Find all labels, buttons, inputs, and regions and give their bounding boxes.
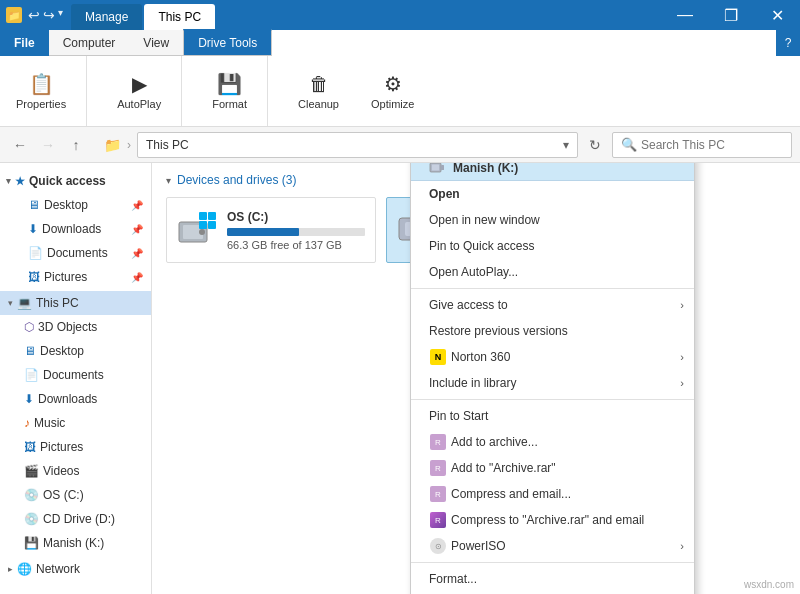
title-bar-controls: — ❐ ✕ bbox=[662, 0, 800, 30]
sidebar-item-documents-qa[interactable]: 📄 Documents 📌 bbox=[0, 241, 151, 265]
tab-computer[interactable]: Computer bbox=[49, 30, 130, 56]
winrar4-icon: R bbox=[429, 511, 447, 529]
ctx-item-giveaccess[interactable]: Give access to › bbox=[411, 292, 694, 318]
ctx-item-open[interactable]: Open bbox=[411, 181, 694, 207]
ctx-item-restoreprev[interactable]: Restore previous versions bbox=[411, 318, 694, 344]
sidebar: ▾ ★ Quick access 🖥 Desktop 📌 ⬇ Downloads… bbox=[0, 163, 152, 594]
help-button[interactable]: ? bbox=[776, 30, 800, 56]
sidebar-quickaccess-header[interactable]: ▾ ★ Quick access bbox=[0, 169, 151, 193]
sidebar-item-pictures-qa[interactable]: 🖼 Pictures 📌 bbox=[0, 265, 151, 289]
sidebar-item-osdrive[interactable]: 💿 OS (C:) bbox=[0, 483, 151, 507]
sidebar-section-thispc: ▾ 💻 This PC ⬡ 3D Objects 🖥 Desktop 📄 Doc… bbox=[0, 291, 151, 555]
tab-drive-tools[interactable]: Drive Tools bbox=[183, 29, 272, 55]
cleanup-icon: 🗑 bbox=[309, 73, 329, 96]
ctx-item-includelibrary[interactable]: Include in library › bbox=[411, 370, 694, 396]
drive-osc-name: OS (C:) bbox=[227, 210, 365, 224]
sidebar-item-network[interactable]: ▸ 🌐 Network bbox=[0, 557, 151, 581]
norton-icon: N bbox=[429, 348, 447, 366]
drive-osc-bar-fill bbox=[227, 228, 299, 236]
breadcrumb-icon: 📁 bbox=[104, 137, 121, 153]
ribbon-btn-properties[interactable]: 📋 Properties bbox=[10, 68, 72, 114]
svg-rect-5 bbox=[208, 212, 216, 220]
downloads-icon: ⬇ bbox=[28, 222, 38, 236]
ribbon-btn-cleanup[interactable]: 🗑 Cleanup bbox=[292, 69, 345, 114]
ctx-arrow-giveaccess: › bbox=[680, 299, 684, 311]
ctx-item-norton[interactable]: N Norton 360 › bbox=[411, 344, 694, 370]
ribbon: File Computer View Drive Tools ? 📋 Prope… bbox=[0, 30, 800, 127]
winrar1-icon: R bbox=[429, 433, 447, 451]
sidebar-item-desktop-qa[interactable]: 🖥 Desktop 📌 bbox=[0, 193, 151, 217]
ctx-item-autoplay[interactable]: Open AutoPlay... bbox=[411, 259, 694, 285]
sidebar-item-downloads-qa[interactable]: ⬇ Downloads 📌 bbox=[0, 217, 151, 241]
tab-view[interactable]: View bbox=[129, 30, 183, 56]
ctx-item-addrar[interactable]: R Add to "Archive.rar" bbox=[411, 455, 694, 481]
nav-bar: ← → ↑ 📁 › This PC ▾ ↻ 🔍 bbox=[0, 127, 800, 163]
ctx-item-pin-quickaccess[interactable]: Pin to Quick access bbox=[411, 233, 694, 259]
winrar2-icon: R bbox=[429, 459, 447, 477]
main: ▾ ★ Quick access 🖥 Desktop 📌 ⬇ Downloads… bbox=[0, 163, 800, 594]
desktop2-icon: 🖥 bbox=[24, 344, 36, 358]
quick-access-icons: ↩ ↪ ▾ bbox=[24, 7, 67, 23]
sidebar-item-downloads-pc[interactable]: ⬇ Downloads bbox=[0, 387, 151, 411]
pin-icon-dl: 📌 bbox=[131, 224, 143, 235]
sidebar-item-pictures-pc[interactable]: 🖼 Pictures bbox=[0, 435, 151, 459]
svg-rect-11 bbox=[432, 165, 439, 171]
content-area: ▾ Devices and drives (3) bbox=[152, 163, 800, 594]
svg-rect-12 bbox=[441, 165, 444, 170]
pictures2-icon: 🖼 bbox=[24, 440, 36, 454]
ribbon-btn-optimize[interactable]: ⚙ Optimize bbox=[365, 68, 420, 114]
3dobjects-icon: ⬡ bbox=[24, 320, 34, 334]
ctx-item-format[interactable]: Format... bbox=[411, 566, 694, 592]
ctx-item-addarchive[interactable]: R Add to archive... bbox=[411, 429, 694, 455]
context-menu-header: Manish (K:) bbox=[411, 163, 694, 181]
maximize-button[interactable]: ❐ bbox=[708, 0, 754, 30]
section-toggle-icon[interactable]: ▾ bbox=[166, 175, 171, 186]
undo-icon[interactable]: ↩ bbox=[28, 7, 40, 23]
sidebar-item-manish[interactable]: 💾 Manish (K:) bbox=[0, 531, 151, 555]
sidebar-section-quickaccess: ▾ ★ Quick access 🖥 Desktop 📌 ⬇ Downloads… bbox=[0, 169, 151, 289]
redo-icon[interactable]: ↪ bbox=[43, 7, 55, 23]
ctx-separator-3 bbox=[411, 562, 694, 563]
pictures-icon: 🖼 bbox=[28, 270, 40, 284]
ribbon-content: 📋 Properties ▶ AutoPlay 💾 Format 🗑 Clean… bbox=[0, 56, 800, 126]
ctx-item-openwindow[interactable]: Open in new window bbox=[411, 207, 694, 233]
search-bar[interactable]: 🔍 bbox=[612, 132, 792, 158]
address-thispc: This PC bbox=[146, 138, 189, 152]
drive-item-osc[interactable]: OS (C:) 66.3 GB free of 137 GB bbox=[166, 197, 376, 263]
ribbon-group-format: 💾 Format bbox=[206, 56, 268, 126]
close-button[interactable]: ✕ bbox=[754, 0, 800, 30]
osdrive-icon: 💿 bbox=[24, 488, 39, 502]
sidebar-item-videos[interactable]: 🎬 Videos bbox=[0, 459, 151, 483]
tab-manage[interactable]: Manage bbox=[71, 4, 142, 30]
sidebar-item-thispc[interactable]: ▾ 💻 This PC bbox=[0, 291, 151, 315]
address-bar[interactable]: This PC ▾ bbox=[137, 132, 578, 158]
refresh-button[interactable]: ↻ bbox=[582, 132, 608, 158]
sidebar-item-music[interactable]: ♪ Music bbox=[0, 411, 151, 435]
forward-button[interactable]: → bbox=[36, 133, 60, 157]
ctx-arrow-poweriso: › bbox=[680, 540, 684, 552]
ctx-item-poweriso[interactable]: ⊙ PowerISO › bbox=[411, 533, 694, 559]
optimize-icon: ⚙ bbox=[384, 72, 402, 96]
ctx-item-compressemail[interactable]: R Compress and email... bbox=[411, 481, 694, 507]
title-bar-tabs: Manage This PC bbox=[71, 0, 662, 30]
autoplay-icon: ▶ bbox=[132, 72, 147, 96]
drive-osc-details: OS (C:) 66.3 GB free of 137 GB bbox=[227, 210, 365, 251]
context-menu: Manish (K:) Open Open in new window Pin … bbox=[410, 163, 695, 594]
down-arrow-icon[interactable]: ▾ bbox=[58, 7, 63, 23]
minimize-button[interactable]: — bbox=[662, 0, 708, 30]
documents2-icon: 📄 bbox=[24, 368, 39, 382]
sidebar-item-documents-pc[interactable]: 📄 Documents bbox=[0, 363, 151, 387]
sidebar-item-desktop-pc[interactable]: 🖥 Desktop bbox=[0, 339, 151, 363]
sidebar-item-3dobjects[interactable]: ⬡ 3D Objects bbox=[0, 315, 151, 339]
up-button[interactable]: ↑ bbox=[64, 133, 88, 157]
tab-file[interactable]: File bbox=[0, 30, 49, 56]
ribbon-btn-format[interactable]: 💾 Format bbox=[206, 68, 253, 114]
tab-thispc[interactable]: This PC bbox=[144, 4, 215, 30]
ctx-item-pinstart[interactable]: Pin to Start bbox=[411, 403, 694, 429]
desktop-icon: 🖥 bbox=[28, 198, 40, 212]
back-button[interactable]: ← bbox=[8, 133, 32, 157]
sidebar-item-cddrive[interactable]: 💿 CD Drive (D:) bbox=[0, 507, 151, 531]
ctx-item-compressraremail[interactable]: R Compress to "Archive.rar" and email bbox=[411, 507, 694, 533]
ribbon-btn-autoplay[interactable]: ▶ AutoPlay bbox=[111, 68, 167, 114]
search-input[interactable] bbox=[641, 138, 783, 152]
